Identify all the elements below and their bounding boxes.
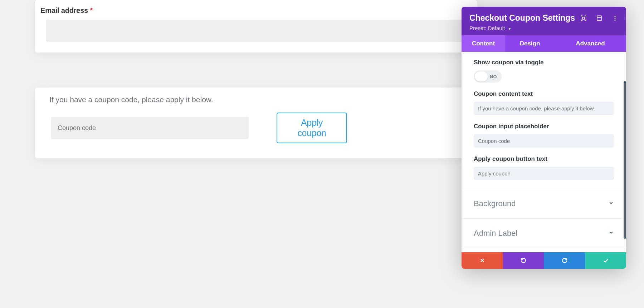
content-text-input[interactable] xyxy=(474,102,614,115)
expand-icon[interactable] xyxy=(580,15,587,21)
svg-point-3 xyxy=(615,16,616,17)
svg-point-5 xyxy=(615,19,616,20)
panel-footer xyxy=(462,252,626,269)
chevron-down-icon xyxy=(608,200,614,208)
scrollbar[interactable] xyxy=(624,81,626,239)
save-button[interactable] xyxy=(585,252,626,269)
coupon-code-input[interactable] xyxy=(51,117,249,139)
svg-rect-0 xyxy=(582,17,585,19)
tab-advanced[interactable]: Advanced xyxy=(555,35,626,52)
toggle-knob xyxy=(475,71,488,81)
admin-label-group[interactable]: Admin Label xyxy=(462,218,626,248)
responsive-icon[interactable] xyxy=(596,15,602,21)
background-label: Background xyxy=(474,199,516,208)
preset-select[interactable]: Preset: Default ▼ xyxy=(469,25,618,31)
button-text-input[interactable] xyxy=(474,167,614,180)
settings-panel: Checkout Coupon Settings Preset: Default… xyxy=(462,7,626,269)
option-group-text: Show coupon via toggle NO Coupon content… xyxy=(462,52,626,189)
svg-point-4 xyxy=(615,18,616,19)
tab-design[interactable]: Design xyxy=(505,35,555,52)
preset-label: Preset: Default xyxy=(469,25,505,31)
button-text-label: Apply coupon button text xyxy=(474,155,614,163)
email-card: Email address * xyxy=(35,0,477,53)
undo-button[interactable] xyxy=(503,252,544,269)
more-icon[interactable] xyxy=(612,15,618,21)
caret-down-icon: ▼ xyxy=(508,27,511,31)
panel-tabs: Content Design Advanced xyxy=(462,35,626,52)
panel-body: Show coupon via toggle NO Coupon content… xyxy=(462,52,626,252)
panel-header[interactable]: Checkout Coupon Settings Preset: Default… xyxy=(462,7,626,35)
tab-content[interactable]: Content xyxy=(462,35,505,52)
email-input[interactable] xyxy=(46,20,467,42)
panel-header-icons xyxy=(580,15,618,21)
svg-rect-1 xyxy=(597,16,601,21)
toggle-value: NO xyxy=(490,74,497,79)
panel-title-row: Checkout Coupon Settings xyxy=(469,13,618,23)
placeholder-input[interactable] xyxy=(474,134,614,148)
email-label: Email address * xyxy=(40,6,467,15)
cancel-button[interactable] xyxy=(462,252,503,269)
show-coupon-toggle[interactable]: NO xyxy=(474,70,502,83)
coupon-card: If you have a coupon code, please apply … xyxy=(35,88,477,158)
required-asterisk: * xyxy=(90,6,93,14)
placeholder-label: Coupon input placeholder xyxy=(474,123,614,130)
redo-button[interactable] xyxy=(544,252,585,269)
coupon-content-text: If you have a coupon code, please apply … xyxy=(46,94,467,104)
content-text-label: Coupon content text xyxy=(474,90,614,98)
admin-label-label: Admin Label xyxy=(474,229,517,238)
background-group[interactable]: Background xyxy=(462,189,626,218)
apply-coupon-button[interactable]: Apply coupon xyxy=(277,113,347,143)
email-label-text: Email address xyxy=(40,6,88,14)
coupon-row: Apply coupon xyxy=(46,113,467,148)
show-toggle-label: Show coupon via toggle xyxy=(474,59,614,66)
chevron-down-icon xyxy=(608,230,614,237)
panel-title: Checkout Coupon Settings xyxy=(469,13,575,23)
